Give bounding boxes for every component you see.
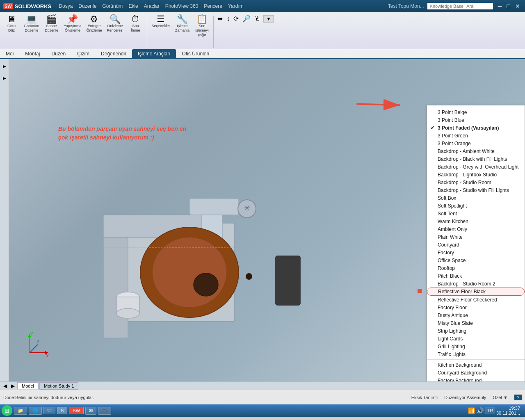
menu-item-office-space[interactable]: Office Space: [427, 256, 525, 264]
cmd-icon-1[interactable]: ⬌: [216, 14, 224, 23]
menu-item-courtyard-bg[interactable]: Courtyard Background: [427, 369, 525, 377]
menu-item-factory-bg[interactable]: Factory Background: [427, 377, 525, 381]
menu-item-warm-kitchen[interactable]: Warm Kitchen: [427, 217, 525, 225]
menu-item-backdrop-studio-fill[interactable]: Backdrop - Studio with Fill Lights: [427, 186, 525, 194]
toolbar-last-render[interactable]: ⏱ Sonİleme: [126, 14, 144, 34]
toolbar-options[interactable]: ☰ Seçenekler: [150, 14, 171, 29]
menu-pencere[interactable]: Pencere: [201, 2, 225, 10]
toolbar-render-time[interactable]: 🔧 İşlemeZamanla: [173, 14, 191, 34]
toolbar-integrated[interactable]: ⚙ EntegreÖnizleme: [84, 14, 103, 34]
menu-item-3point-blue[interactable]: 3 Point Blue: [427, 116, 525, 124]
menu-item-courtyard[interactable]: Courtyard: [427, 241, 525, 249]
svg-point-16: [246, 273, 252, 280]
scene-dropdown-btn[interactable]: ▼: [263, 15, 274, 23]
view-icon: 🖥: [7, 15, 16, 24]
scroll-left[interactable]: ◀: [2, 383, 9, 389]
cmd-icon-4[interactable]: 🔎: [241, 14, 252, 23]
menu-item-ambient-only[interactable]: Ambient Only: [427, 225, 525, 233]
menu-item-rooftop[interactable]: Rooftop: [427, 264, 525, 272]
preview-window-icon: 🔍: [110, 15, 121, 24]
menu-item-strip-lighting[interactable]: Strip Lighting: [427, 327, 525, 335]
tab-cizim[interactable]: Çizim: [71, 49, 95, 58]
tab-montaj[interactable]: Montaj: [19, 49, 46, 58]
menu-item-soft-spotlight[interactable]: Soft Spotlight: [427, 202, 525, 210]
menu-item-3point-faded[interactable]: ✔ 3 Point Faded (Varsayılan): [427, 124, 525, 132]
model-view: Bu bölümden parçanı uyan sahneyi seç ben…: [9, 59, 525, 381]
scroll-right[interactable]: ▶: [9, 383, 16, 389]
status-help[interactable]: ?: [514, 395, 522, 400]
tab-isleme-araclari[interactable]: İşleme Araçları: [132, 49, 176, 58]
menu-araclar[interactable]: Araçlar: [142, 2, 162, 10]
menu-bar: Dosya Düzenle Görünüm Ekle Araçlar Photo…: [56, 2, 384, 10]
left-tab-2[interactable]: ▶: [1, 73, 8, 84]
paste-icon: 📌: [67, 15, 78, 24]
tab-model[interactable]: Model: [17, 382, 39, 389]
toolbar-view[interactable]: 🖥 GörüDüz: [2, 14, 21, 34]
toolbar-paste[interactable]: 📌 YapıştırmaÖnizleme: [62, 14, 83, 34]
taskbar-volume-icon[interactable]: 🔊: [477, 407, 484, 414]
taskbar-mail[interactable]: ✉: [85, 407, 96, 415]
menu-item-grill-lighting[interactable]: Grill Lighting: [427, 342, 525, 350]
menu-item-backdrop-grey[interactable]: Backdrop - Grey with Overhead Light: [427, 163, 525, 171]
menu-item-3point-green[interactable]: 3 Point Green: [427, 132, 525, 139]
taskbar-browser[interactable]: 🌐: [29, 407, 42, 415]
menu-item-pitch-black[interactable]: Pitch Black: [427, 272, 525, 280]
svg-line-1: [356, 86, 399, 124]
toolbar-scene[interactable]: 🎬 SahneDüzenle: [43, 14, 61, 34]
tab-motion-study[interactable]: Motion Study 1: [39, 382, 78, 390]
menu-item-factory-floor[interactable]: Factory Floor: [427, 304, 525, 311]
menu-item-3point-beige[interactable]: 3 Point Beige: [427, 108, 525, 116]
scene-icon: 🎬: [46, 15, 57, 24]
taskbar-explorer[interactable]: 📁: [14, 407, 27, 415]
taskbar-language[interactable]: TR: [485, 407, 495, 414]
start-button[interactable]: ⊞: [2, 405, 12, 416]
tab-ofis[interactable]: Ofis Ürünleri: [176, 49, 215, 58]
menu-item-backdrop-lightbox[interactable]: Backdrop - Lightbox Studio: [427, 171, 525, 178]
toolbar-preview-window[interactable]: 🔍 ÖnizlemePenceresi: [105, 14, 125, 34]
menu-ekle[interactable]: Ekle: [126, 2, 140, 10]
menu-item-soft-tent[interactable]: Soft Tent: [427, 210, 525, 217]
menu-item-soft-box[interactable]: Soft Box: [427, 194, 525, 202]
tab-moi[interactable]: Moi: [0, 49, 19, 58]
menu-item-backdrop-studio[interactable]: Backdrop - Studio Room: [427, 178, 525, 186]
menu-item-reflective-checkered[interactable]: Reflective Floor Checkered: [427, 296, 525, 304]
status-ozel[interactable]: Özel ▼: [493, 395, 508, 400]
menu-item-misty-blue-slate[interactable]: Misty Blue Slate: [427, 319, 525, 327]
cmd-icon-3[interactable]: ⟳: [232, 14, 240, 23]
tab-duzen[interactable]: Düzen: [46, 49, 71, 58]
taskbar-sw[interactable]: SW: [69, 407, 84, 414]
menu-item-factory[interactable]: Factory: [427, 249, 525, 256]
cmd-icon-2[interactable]: ↕: [225, 14, 231, 23]
taskbar-game[interactable]: 🎮: [98, 407, 111, 415]
menu-item-traffic-lights[interactable]: Traffic Lights: [427, 350, 525, 358]
menu-item-reflective-floor-black[interactable]: Reflective Floor Black: [427, 288, 525, 296]
menu-yardim[interactable]: Yardım: [226, 2, 246, 10]
taskbar-skype[interactable]: S: [57, 407, 67, 414]
close-button[interactable]: ✕: [514, 3, 522, 9]
menu-item-plain-white[interactable]: Plain White: [427, 233, 525, 241]
status-message: Done:Belirli bir sahneyi dödürür veya uy…: [3, 395, 94, 400]
menu-dosya[interactable]: Dosya: [56, 2, 75, 10]
taskbar-shield[interactable]: 🛡: [43, 407, 55, 414]
menu-gorunum[interactable]: Görünüm: [100, 2, 125, 10]
menu-item-backdrop-black[interactable]: Backdrop - Black with Fill Lights: [427, 155, 525, 163]
menu-item-light-cards[interactable]: Light Cards: [427, 335, 525, 342]
menu-item-backdrop-studio2[interactable]: Backdrop - Studio Room 2: [427, 280, 525, 288]
toolbar-last-call[interactable]: 📋 Sonişlemeyiçağır: [193, 14, 211, 38]
taskbar-network-icon: 📶: [468, 407, 475, 414]
minimize-button[interactable]: ─: [496, 3, 504, 9]
tab-degerlendir[interactable]: Değerlendir: [95, 49, 132, 58]
menu-item-kitchen-bg[interactable]: Kitchen Background: [427, 361, 525, 369]
maximize-button[interactable]: □: [505, 3, 512, 9]
menu-item-dusty-antique[interactable]: Dusty Antique: [427, 311, 525, 319]
window-title: Test Topu Mon...: [388, 3, 424, 9]
left-tab-1[interactable]: ▶: [1, 61, 8, 72]
taskbar-date: 30.11.201...: [496, 411, 520, 415]
menu-item-3point-orange[interactable]: 3 Point Orange: [427, 139, 525, 147]
cmd-icon-5[interactable]: 🖱: [253, 14, 262, 23]
menu-item-backdrop-ambient[interactable]: Backdrop - Ambient White: [427, 147, 525, 155]
menu-photoview[interactable]: PhotoView 360: [163, 2, 201, 10]
toolbar-view-edit[interactable]: 💻 GörünümDüzenle: [22, 14, 41, 34]
menu-duzenle[interactable]: Düzenle: [76, 2, 99, 10]
search-input[interactable]: [427, 3, 493, 9]
